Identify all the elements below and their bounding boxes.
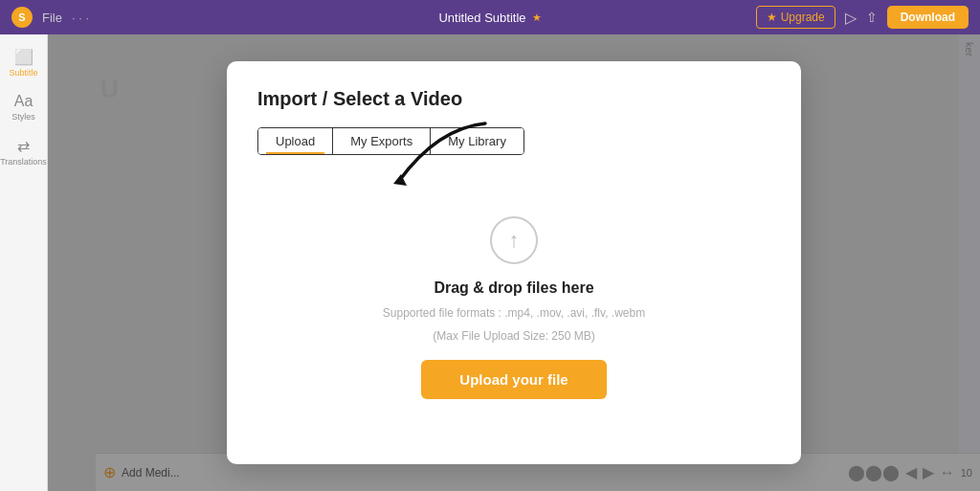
modal-title: Import / Select a Video [257, 88, 770, 110]
tab-my-exports[interactable]: My Exports [332, 128, 430, 154]
sidebar-item-translations[interactable]: ⇄ Translations [0, 131, 47, 172]
download-button[interactable]: Download [887, 6, 969, 29]
styles-icon: Aa [14, 93, 33, 110]
upgrade-button[interactable]: Upgrade [756, 6, 835, 29]
content-area: U ker Import / Select a Video Upload My … [48, 34, 980, 491]
drop-max-size: (Max File Upload Size: 250 MB) [433, 329, 594, 343]
drop-title: Drag & drop files here [434, 279, 593, 297]
sidebar-item-label: Subtitle [9, 68, 37, 78]
sidebar-item-label: Translations [0, 157, 47, 167]
star-icon: ★ [532, 11, 542, 24]
modal-overlay: Import / Select a Video Upload My Export… [48, 34, 980, 491]
nav-dots: · · · [72, 11, 89, 25]
upload-circle-icon: ↑ [490, 216, 538, 264]
drop-zone: ↑ Drag & drop files here Supported file … [257, 178, 770, 437]
document-title: Untitled Subtitle ★ [438, 11, 541, 25]
file-menu[interactable]: File [42, 11, 62, 25]
tab-upload[interactable]: Upload [258, 128, 332, 154]
share-button[interactable]: ⇧ [866, 10, 878, 25]
sidebar-item-label: Styles [11, 112, 35, 122]
main-layout: ⬜ Subtitle Aa Styles ⇄ Translations U ke… [0, 34, 980, 491]
tab-my-library[interactable]: My Library [430, 128, 523, 154]
app-logo: S [11, 7, 33, 28]
sidebar-item-styles[interactable]: Aa Styles [0, 87, 47, 127]
drop-formats: Supported file formats : .mp4, .mov, .av… [383, 306, 645, 320]
import-modal: Import / Select a Video Upload My Export… [227, 61, 801, 464]
sidebar: ⬜ Subtitle Aa Styles ⇄ Translations [0, 34, 48, 491]
sidebar-item-subtitle[interactable]: ⬜ Subtitle [0, 42, 47, 83]
upload-file-button[interactable]: Upload your file [421, 360, 606, 399]
upload-arrow-icon: ↑ [509, 228, 520, 253]
subtitle-icon: ⬜ [14, 48, 33, 66]
topbar-actions: Upgrade ▷ ⇧ Download [756, 6, 969, 29]
topbar: S File · · · Untitled Subtitle ★ Upgrade… [0, 0, 980, 34]
translations-icon: ⇄ [17, 137, 30, 155]
modal-tabs: Upload My Exports My Library [257, 127, 524, 155]
play-button[interactable]: ▷ [845, 9, 857, 27]
